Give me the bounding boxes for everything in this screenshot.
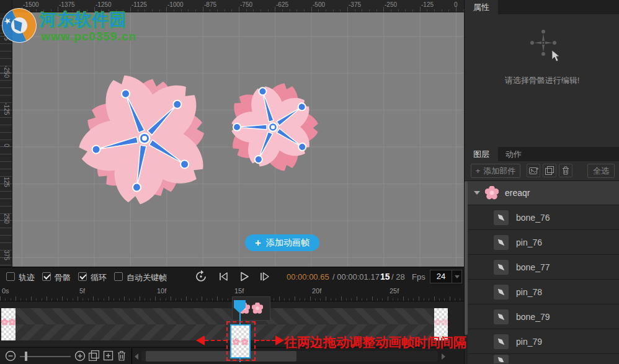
ruler-label: -1125 [131, 1, 147, 8]
step-forward-icon[interactable] [258, 270, 270, 283]
select-all-button[interactable]: 全选 [587, 164, 615, 178]
scroll-left-icon[interactable] [135, 353, 138, 360]
layer-name: pin_78 [516, 287, 542, 297]
layer-row[interactable]: pin_78 [468, 280, 619, 304]
layer-row-partial[interactable] [468, 354, 619, 364]
keyframe-selection-box[interactable] [226, 321, 256, 361]
zoom-in-icon[interactable] [74, 350, 86, 362]
layers-tabbar: 图层 动作 [465, 147, 619, 161]
fps-label: Fps [412, 272, 425, 282]
canvas-area: -1500 -1375 -1250 -1125 -1000 -875 -750 … [0, 0, 464, 267]
time-total: / 00:00:01.17 [332, 272, 380, 282]
properties-tabbar: 属性 [465, 0, 619, 14]
fps-dropdown[interactable]: 24 [430, 270, 462, 283]
layer-row[interactable]: bone_79 [468, 304, 619, 329]
ruler-label: -250 [3, 60, 10, 84]
cursor-icon [551, 50, 561, 63]
autokey-checkbox[interactable] [114, 272, 123, 281]
add-animation-frame-button[interactable]: + 添加动画帧 [245, 234, 319, 251]
ruler-label: -125 [3, 97, 10, 122]
annotation-arrow-left-head [196, 335, 205, 345]
select-bone-message: 请选择骨骼进行编辑! [465, 75, 619, 86]
timeline-ruler-label: 15f [234, 287, 244, 295]
flower-rig-graphics[interactable] [12, 12, 464, 267]
zoom-slider[interactable] [20, 356, 71, 357]
ruler-label: -625 [276, 1, 288, 8]
keyframe-start[interactable] [1, 308, 16, 340]
ruler-label: -500 [313, 1, 325, 8]
frame-current: 15 [380, 272, 390, 282]
timeline-ruler-label: 10f [157, 287, 166, 295]
annotation-text: 往两边拖动调整动画帧时间间隔 [284, 334, 466, 351]
ruler-label: -750 [240, 1, 252, 8]
tab-properties[interactable]: 属性 [465, 0, 498, 14]
flower-left[interactable] [75, 68, 213, 207]
plus-icon: + [476, 166, 481, 175]
tab-actions[interactable]: 动作 [497, 147, 530, 161]
trajectory-checkbox[interactable] [6, 272, 15, 281]
ruler-corner [0, 0, 12, 12]
ruler-label: -375 [349, 1, 361, 8]
bones-checkbox[interactable] [42, 272, 51, 281]
plus-icon: + [255, 237, 261, 248]
tab-layers[interactable]: 图层 [465, 147, 498, 161]
loop-label: 循环 [91, 272, 107, 283]
fps-value: 24 [430, 270, 452, 283]
horizontal-ruler: -1500 -1375 -1250 -1125 -1000 -875 -750 … [12, 0, 464, 12]
timeline-ruler-label: 5f [79, 287, 85, 295]
layer-row[interactable]: pin_76 [468, 230, 619, 255]
export-image-button[interactable] [527, 164, 540, 177]
play-icon[interactable] [238, 270, 250, 283]
bone-icon [494, 334, 509, 349]
layers-toolbar: + 添加部件 全选 [465, 161, 619, 181]
animation-stage[interactable]: + 添加动画帧 [12, 12, 464, 267]
duplicate-frame-icon[interactable] [89, 350, 99, 361]
bone-icon [494, 309, 509, 324]
layer-row[interactable]: bone_76 [468, 205, 619, 230]
timeline-ruler-label: 0s [2, 287, 9, 295]
properties-body: 请选择骨骼进行编辑! [465, 14, 619, 147]
layer-row[interactable]: bone_77 [468, 255, 619, 280]
layer-row[interactable]: pin_79 [468, 329, 619, 354]
collapse-caret-icon[interactable] [474, 191, 480, 195]
add-frame-icon[interactable] [103, 350, 114, 361]
bone-icon [494, 355, 509, 363]
bone-icon [494, 260, 509, 275]
ruler-label: -250 [385, 1, 397, 8]
zoom-slider-handle[interactable] [25, 352, 27, 361]
zoom-out-icon[interactable] [5, 350, 16, 362]
frame-total: / 28 [391, 272, 405, 282]
app-window: -1500 -1375 -1250 -1125 -1000 -875 -750 … [0, 0, 619, 364]
ruler-label: 250 [3, 206, 10, 231]
scroll-right-icon[interactable] [442, 353, 445, 360]
delete-button[interactable] [559, 164, 572, 177]
bone-icon [494, 235, 509, 250]
timeline-ruler-label: 20f [312, 287, 321, 295]
restart-icon[interactable] [195, 270, 207, 283]
vertical-ruler: -375 -250 -125 0 125 250 375 [0, 12, 12, 267]
timeline-hscrollbar[interactable] [141, 351, 438, 362]
ruler-label: 0 [454, 1, 458, 8]
layer-group-row[interactable]: ereaqr [468, 181, 619, 205]
ruler-label: -1000 [167, 1, 184, 8]
delete-frame-icon[interactable] [117, 350, 126, 361]
playback-toolbar: 轨迹 骨骼 循环 自动关键帧 00:00:00.65 / 00:00:01.17… [0, 267, 464, 285]
ruler-label: 375 [3, 243, 10, 268]
ruler-label: -1500 [23, 1, 39, 8]
duplicate-button[interactable] [543, 164, 556, 177]
add-part-button[interactable]: + 添加部件 [471, 164, 520, 178]
timeline-hscrollbar-thumb[interactable] [146, 351, 296, 362]
add-frame-label: 添加动画帧 [266, 237, 310, 249]
timeline-ruler-label: 25f [390, 287, 399, 295]
annotation-arrow-right-head [275, 335, 284, 345]
ruler-label: 0 [3, 133, 10, 158]
ruler-label: 125 [3, 170, 10, 195]
flower-right[interactable] [226, 79, 318, 175]
group-name: ereaqr [505, 188, 530, 198]
timeline: 0s 5f 10f 15f 20f 25f [0, 285, 464, 347]
autokey-label: 自动关键帧 [127, 272, 167, 283]
fps-chevron[interactable] [452, 270, 461, 283]
annotation-arrow-right-line [256, 340, 275, 341]
step-backward-icon[interactable] [217, 270, 229, 283]
loop-checkbox[interactable] [78, 272, 87, 281]
